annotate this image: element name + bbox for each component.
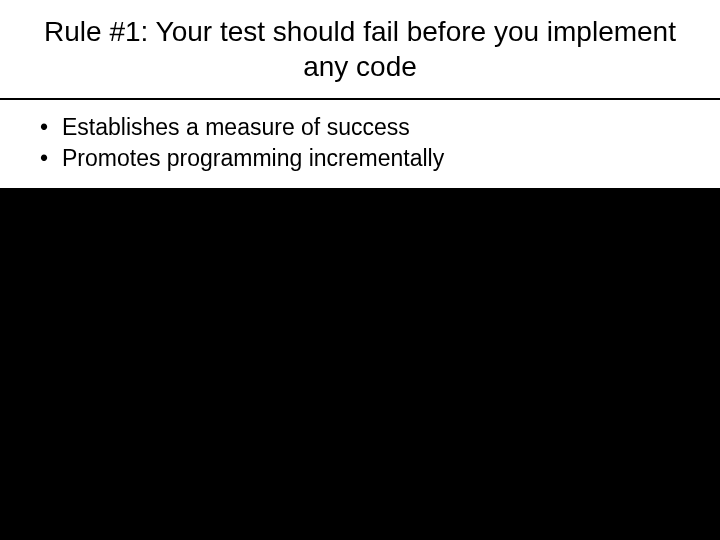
- list-item: Establishes a measure of success: [40, 112, 690, 143]
- slide-title: Rule #1: Your test should fail before yo…: [30, 14, 690, 84]
- bullet-list: Establishes a measure of success Promote…: [40, 112, 690, 174]
- slide: Rule #1: Your test should fail before yo…: [0, 0, 720, 540]
- content-area: Establishes a measure of success Promote…: [0, 100, 720, 188]
- title-area: Rule #1: Your test should fail before yo…: [0, 0, 720, 98]
- list-item: Promotes programming incrementally: [40, 143, 690, 174]
